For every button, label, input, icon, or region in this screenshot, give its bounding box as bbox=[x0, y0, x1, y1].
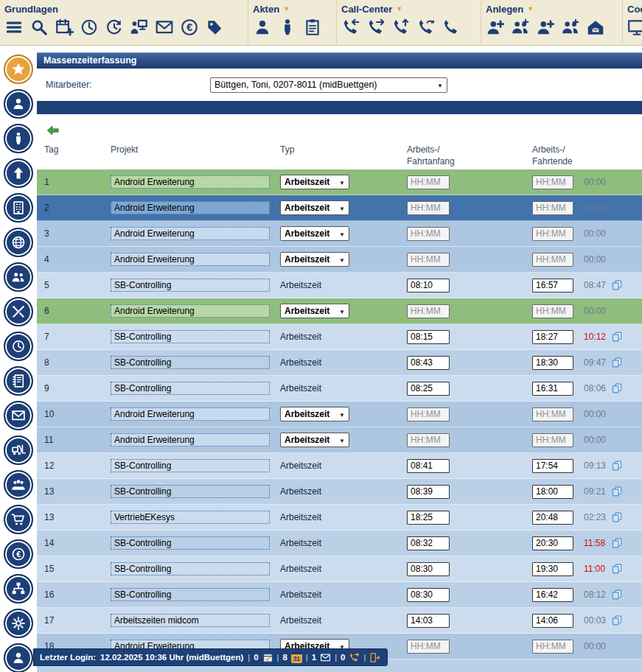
back-arrow-icon[interactable] bbox=[43, 124, 63, 137]
start-input[interactable] bbox=[407, 253, 450, 267]
menu-label[interactable]: Call-Center bbox=[341, 4, 392, 15]
copy-icon[interactable] bbox=[612, 460, 622, 472]
project-input[interactable] bbox=[111, 304, 270, 318]
project-input[interactable] bbox=[111, 279, 270, 292]
typ-select[interactable]: Arbeitszeit bbox=[280, 200, 349, 215]
phone-left-icon[interactable] bbox=[341, 18, 360, 37]
end-input[interactable] bbox=[532, 356, 573, 370]
euro-icon[interactable]: € bbox=[180, 18, 199, 37]
end-input[interactable] bbox=[532, 485, 573, 499]
start-input[interactable] bbox=[407, 407, 450, 421]
end-input[interactable] bbox=[532, 459, 573, 473]
phone-right-icon[interactable] bbox=[366, 18, 385, 37]
end-input[interactable] bbox=[532, 511, 573, 525]
end-input[interactable] bbox=[532, 536, 573, 550]
group-add-icon[interactable] bbox=[511, 18, 530, 37]
person-add-icon[interactable] bbox=[536, 18, 555, 37]
copy-icon[interactable] bbox=[612, 511, 622, 523]
end-input[interactable] bbox=[532, 562, 573, 576]
mail-icon[interactable] bbox=[320, 652, 331, 663]
calendar-task-icon[interactable] bbox=[262, 652, 273, 663]
clock-icon[interactable] bbox=[80, 18, 99, 37]
monitor-icon[interactable] bbox=[627, 18, 642, 37]
sidebar-item-finance[interactable]: € bbox=[4, 539, 33, 569]
search-icon[interactable] bbox=[29, 18, 49, 37]
sidebar-item-favorites[interactable] bbox=[4, 55, 33, 84]
mail-icon[interactable] bbox=[155, 18, 174, 37]
copy-icon[interactable] bbox=[612, 563, 622, 575]
typ-select[interactable]: Arbeitszeit bbox=[280, 175, 349, 189]
start-input[interactable] bbox=[407, 485, 450, 499]
copy-icon[interactable] bbox=[612, 486, 622, 497]
sidebar-item-logistics[interactable] bbox=[4, 435, 33, 465]
start-input[interactable] bbox=[407, 511, 450, 525]
project-input[interactable] bbox=[111, 588, 270, 601]
project-input[interactable] bbox=[111, 382, 270, 395]
typ-select[interactable]: Arbeitszeit bbox=[280, 252, 349, 267]
project-input[interactable] bbox=[111, 330, 270, 343]
handset-icon[interactable] bbox=[442, 18, 461, 37]
sidebar-item-more[interactable] bbox=[4, 643, 33, 672]
project-input[interactable] bbox=[111, 227, 270, 240]
project-input[interactable] bbox=[111, 562, 270, 575]
start-input[interactable] bbox=[407, 459, 450, 473]
phone-up-icon[interactable] bbox=[391, 18, 411, 37]
tag-icon[interactable] bbox=[205, 18, 224, 37]
calendar-add-icon[interactable] bbox=[55, 18, 74, 37]
logout-icon[interactable] bbox=[369, 652, 380, 663]
start-input[interactable] bbox=[407, 640, 450, 654]
project-input[interactable] bbox=[111, 433, 270, 447]
end-input[interactable] bbox=[532, 588, 573, 602]
copy-icon[interactable] bbox=[612, 382, 622, 394]
start-input[interactable] bbox=[407, 382, 450, 396]
sidebar-item-customers[interactable] bbox=[4, 124, 33, 153]
end-input[interactable] bbox=[532, 304, 573, 318]
copy-icon[interactable] bbox=[612, 331, 622, 343]
end-input[interactable] bbox=[532, 614, 573, 628]
sidebar-item-internet[interactable] bbox=[4, 228, 33, 257]
start-input[interactable] bbox=[407, 330, 450, 344]
sidebar-item-personnel[interactable] bbox=[4, 262, 33, 292]
sidebar-item-time-tracking[interactable] bbox=[4, 332, 33, 361]
menu-label[interactable]: Akten bbox=[253, 4, 279, 15]
project-input[interactable] bbox=[111, 485, 270, 498]
start-input[interactable] bbox=[407, 536, 450, 550]
copy-icon[interactable] bbox=[612, 615, 622, 626]
end-input[interactable] bbox=[532, 433, 573, 447]
copy-icon[interactable] bbox=[612, 279, 622, 291]
phone-rotate-icon[interactable] bbox=[416, 18, 436, 37]
start-input[interactable] bbox=[407, 614, 450, 628]
end-input[interactable] bbox=[532, 227, 573, 241]
end-input[interactable] bbox=[532, 201, 573, 215]
sidebar-item-services[interactable] bbox=[4, 297, 33, 326]
time-refresh-icon[interactable] bbox=[105, 18, 124, 37]
person-icon[interactable] bbox=[253, 18, 272, 37]
sidebar-item-messages[interactable] bbox=[4, 401, 33, 430]
group-add-icon[interactable] bbox=[561, 18, 580, 37]
typ-select[interactable]: Arbeitszeit bbox=[280, 433, 349, 447]
sidebar-item-teams[interactable] bbox=[4, 470, 33, 500]
typ-select[interactable]: Arbeitszeit bbox=[280, 407, 349, 421]
sidebar-item-settings[interactable] bbox=[4, 609, 33, 638]
sidebar-item-shop[interactable] bbox=[4, 505, 33, 534]
project-input[interactable] bbox=[111, 511, 270, 524]
end-input[interactable] bbox=[532, 640, 573, 654]
start-input[interactable] bbox=[407, 562, 450, 576]
project-input[interactable] bbox=[111, 253, 270, 266]
copy-icon[interactable] bbox=[612, 357, 622, 368]
start-input[interactable] bbox=[407, 356, 450, 370]
menu-label[interactable]: Anlegen bbox=[486, 4, 523, 15]
sidebar-item-organization[interactable] bbox=[4, 574, 33, 603]
project-input[interactable] bbox=[111, 407, 270, 421]
end-input[interactable] bbox=[532, 253, 573, 267]
phone-forward-icon[interactable] bbox=[349, 652, 360, 663]
start-input[interactable] bbox=[407, 227, 450, 241]
end-input[interactable] bbox=[532, 279, 573, 293]
sidebar-item-upload[interactable] bbox=[4, 158, 33, 188]
menu-label[interactable]: Grundlagen bbox=[4, 4, 58, 15]
end-input[interactable] bbox=[532, 382, 573, 396]
clipboard-icon[interactable] bbox=[303, 18, 322, 37]
menu-icon[interactable] bbox=[4, 18, 24, 37]
sidebar-item-contacts[interactable] bbox=[4, 89, 33, 119]
person-standing-icon[interactable] bbox=[278, 18, 297, 37]
